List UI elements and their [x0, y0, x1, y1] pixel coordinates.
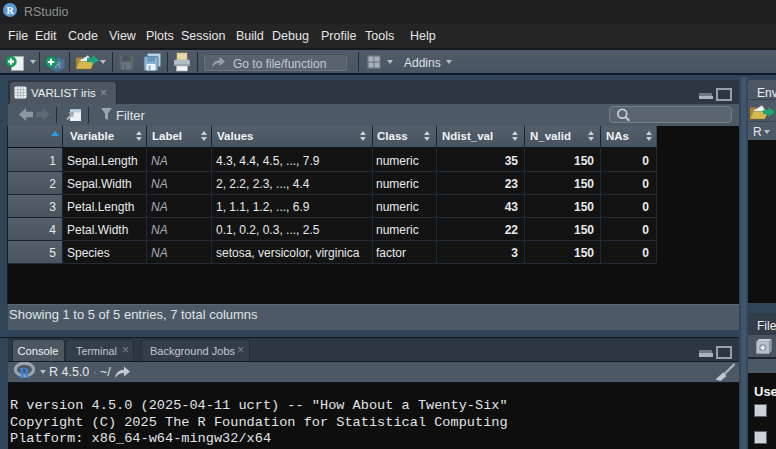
- svg-text:R: R: [20, 365, 31, 381]
